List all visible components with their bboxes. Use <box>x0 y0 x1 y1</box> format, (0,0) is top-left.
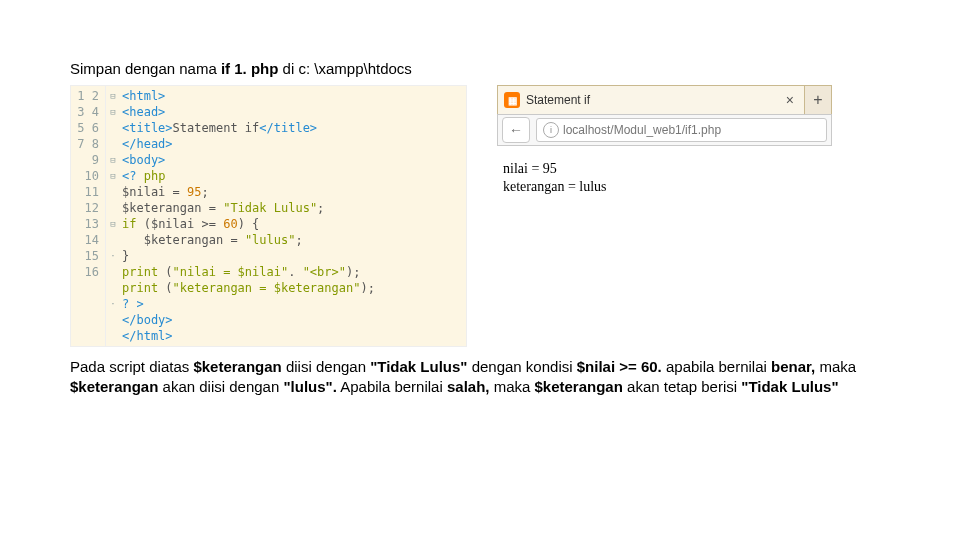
output-line-2: keterangan = lulus <box>503 178 826 196</box>
code-content: <html> <head> <title>Statement if</title… <box>120 86 381 346</box>
fold-column: ⊟ ⊟ ⊟ ⊟ ⊟ · · <box>106 86 120 346</box>
new-tab-button[interactable]: + <box>805 91 831 109</box>
code-editor: 1 2 3 4 5 6 7 8 9 10 11 12 13 14 15 16 ⊟… <box>70 85 467 347</box>
browser-tab[interactable]: ▦ Statement if × <box>498 86 805 114</box>
url-text: localhost/Modul_web1/if1.php <box>563 123 721 137</box>
instruction-filename: if 1. php <box>221 60 279 77</box>
back-button[interactable]: ← <box>502 117 530 143</box>
line-number-gutter: 1 2 3 4 5 6 7 8 9 10 11 12 13 14 15 16 <box>71 86 106 346</box>
tab-strip: ▦ Statement if × + <box>497 85 832 114</box>
tab-title: Statement if <box>526 93 590 107</box>
site-info-icon[interactable]: i <box>543 122 559 138</box>
instruction-post: di c: \xampp\htdocs <box>278 60 411 77</box>
browser-window: ▦ Statement if × + ← i localhost/Modul_w… <box>497 85 832 196</box>
page-output: nilai = 95 keterangan = lulus <box>497 146 832 196</box>
output-line-1: nilai = 95 <box>503 160 826 178</box>
favicon-icon: ▦ <box>504 92 520 108</box>
url-bar[interactable]: i localhost/Modul_web1/if1.php <box>536 118 827 142</box>
instruction-line: Simpan dengan nama if 1. php di c: \xamp… <box>70 60 890 77</box>
close-icon[interactable]: × <box>784 92 796 108</box>
explanation-paragraph: Pada script diatas $keterangan diisi den… <box>70 357 890 397</box>
instruction-pre: Simpan dengan nama <box>70 60 221 77</box>
browser-toolbar: ← i localhost/Modul_web1/if1.php <box>497 114 832 146</box>
